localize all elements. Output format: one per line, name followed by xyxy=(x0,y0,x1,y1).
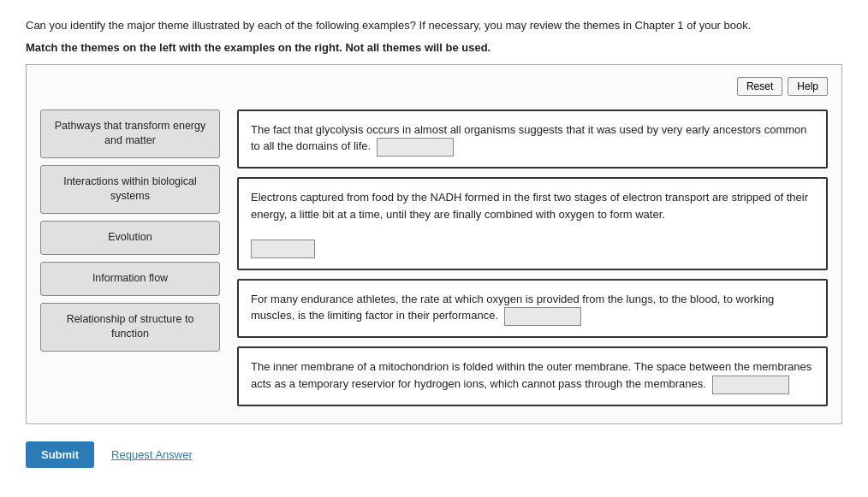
theme-information-flow[interactable]: Information flow xyxy=(40,262,220,296)
theme-evolution[interactable]: Evolution xyxy=(40,221,220,255)
example-text-2: Electrons captured from food by the NADH… xyxy=(251,191,808,221)
submit-button[interactable]: Submit xyxy=(26,441,94,468)
answer-input-3[interactable] xyxy=(504,307,581,326)
example-box-2: Electrons captured from food by the NADH… xyxy=(237,177,828,270)
instruction-line1: Can you identify the major theme illustr… xyxy=(26,17,842,34)
example-box-4: The inner membrane of a mitochondrion is… xyxy=(237,346,828,406)
reset-button[interactable]: Reset xyxy=(737,77,782,96)
answer-input-1[interactable] xyxy=(377,138,454,157)
example-text-1: The fact that glycolysis occurs in almos… xyxy=(251,123,807,153)
answer-input-2[interactable] xyxy=(251,240,315,258)
content-area: Pathways that transform energy and matte… xyxy=(40,109,828,406)
main-exercise-box: Reset Help Pathways that transform energ… xyxy=(26,64,842,424)
top-buttons-area: Reset Help xyxy=(40,77,828,96)
example-box-3: For many endurance athletes, the rate at… xyxy=(237,279,828,339)
theme-interactions[interactable]: Interactions within biological systems xyxy=(40,165,220,214)
themes-column: Pathways that transform energy and matte… xyxy=(40,109,220,352)
answer-input-4[interactable] xyxy=(712,376,789,394)
example-box-1: The fact that glycolysis occurs in almos… xyxy=(237,109,828,169)
theme-pathways[interactable]: Pathways that transform energy and matte… xyxy=(40,109,220,158)
theme-structure-function[interactable]: Relationship of structure to function xyxy=(40,303,220,352)
instruction-line2: Match the themes on the left with the ex… xyxy=(26,41,842,54)
bottom-area: Submit Request Answer xyxy=(26,441,842,468)
help-button[interactable]: Help xyxy=(788,77,828,96)
examples-column: The fact that glycolysis occurs in almos… xyxy=(237,109,828,406)
request-answer-link[interactable]: Request Answer xyxy=(111,448,193,461)
